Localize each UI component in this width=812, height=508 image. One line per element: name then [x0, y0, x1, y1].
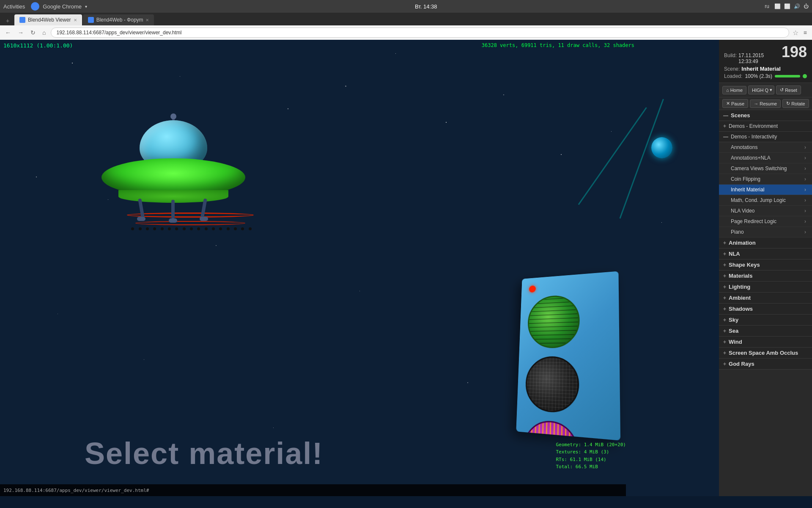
home-nav-button[interactable]: ⌂ — [41, 28, 47, 37]
select-material-text: Select material! — [85, 436, 323, 471]
titlebar-center: Вт. 14:38 — [87, 3, 765, 10]
sea-label: Sea — [729, 328, 738, 334]
reset-label: Reset — [785, 88, 797, 93]
shadows-section[interactable]: + Shadows — [719, 304, 812, 315]
scene-item-nla-video[interactable]: NLA Video › — [719, 206, 812, 216]
scene-item-camera-views-arrow: › — [804, 166, 806, 171]
nla-section[interactable]: + NLA — [719, 248, 812, 260]
stat-total: Total: 66.5 MiB — [556, 463, 626, 471]
scene-item-annotations-label: Annotations — [731, 144, 757, 150]
scene-item-piano-label: Piano — [731, 229, 744, 235]
rotate-button[interactable]: ↻ Rotate — [782, 99, 809, 108]
loaded-bar-container — [775, 75, 800, 77]
scene-item-page-redirect[interactable]: Page Redirect Logic › — [719, 216, 812, 227]
tab-forum-close[interactable]: ✕ — [145, 18, 149, 22]
home-label: Home — [730, 88, 743, 93]
quality-button[interactable]: HIGH Q ▾ — [748, 86, 774, 94]
animation-section[interactable]: + Animation — [719, 237, 812, 248]
ufo-ring2 — [135, 221, 245, 225]
materials-section[interactable]: + Materials — [719, 271, 812, 282]
reset-button[interactable]: ↺ Reset — [776, 86, 801, 94]
shape-keys-label: Shape Keys — [729, 262, 760, 268]
ssao-section[interactable]: + Screen Space Amb Occlus — [719, 348, 812, 359]
settings-icon[interactable]: ≡ — [802, 28, 809, 37]
demos-env-label: Demos - Environment — [729, 123, 778, 129]
maximize-btn[interactable]: ⬜ — [784, 3, 790, 9]
quality-label: HIGH Q — [752, 88, 768, 93]
resume-icon: → — [754, 101, 758, 106]
scene-list[interactable]: — Scenes + Demos - Environment — Demos -… — [719, 110, 812, 496]
speaker-cone-bot — [522, 419, 579, 441]
shape-keys-expand-icon: + — [723, 262, 726, 268]
god-rays-section[interactable]: + God Rays — [719, 359, 812, 370]
materials-expand-icon: + — [723, 273, 726, 279]
loaded-label: Loaded: — [724, 73, 742, 79]
ufo-foot2 — [169, 218, 177, 223]
stat-textures: Textures: 4 MiB (3) — [556, 448, 626, 456]
panel-big-number: 198 — [782, 43, 807, 61]
scene-item-nla-video-arrow: › — [804, 208, 806, 214]
scene-item-inherit-material[interactable]: Inherit Material › — [719, 185, 812, 195]
scene-item-annotations-arrow: › — [804, 144, 806, 150]
ssao-expand-icon: + — [723, 350, 726, 356]
scene-item-camera-views[interactable]: Camera Views Switching › — [719, 163, 812, 174]
sky-section[interactable]: + Sky — [719, 315, 812, 326]
scene-item-piano[interactable]: Piano › — [719, 227, 812, 237]
chrome-label: Google Chrome — [43, 3, 82, 10]
volume-icon[interactable]: 🔊 — [794, 3, 800, 9]
demos-interactivity-header[interactable]: — Demos - Interactivity — [719, 132, 812, 142]
scene-item-math-cond[interactable]: Math, Cond. Jump Logic › — [719, 195, 812, 206]
forward-button[interactable]: → — [16, 28, 25, 37]
status-bar: 192.168.88.114:6687/apps_dev/viewer/view… — [0, 484, 626, 496]
scene-item-coin-flipping-label: Coin Flipping — [731, 176, 760, 182]
loaded-dot — [803, 74, 807, 78]
new-tab-button[interactable]: + — [3, 16, 14, 25]
shadows-label: Shadows — [729, 306, 753, 312]
scene-item-annotations-nla[interactable]: Annotations+NLA › — [719, 153, 812, 163]
wind-section[interactable]: + Wind — [719, 337, 812, 348]
sea-expand-icon: + — [723, 328, 726, 334]
ufo-dots — [129, 227, 254, 230]
shape-keys-section[interactable]: + Shape Keys — [719, 260, 812, 271]
clock-display: Вт. 14:38 — [415, 3, 437, 10]
speaker-model — [516, 271, 620, 441]
minimize-btn[interactable]: ⬜ — [774, 3, 781, 9]
reload-button[interactable]: ↻ — [29, 28, 37, 37]
resume-label: Resume — [760, 101, 777, 106]
scenes-section-header[interactable]: — Scenes — [719, 110, 812, 121]
tab-forum[interactable]: Blend4Web - Форуm ✕ — [83, 14, 154, 25]
scenes-collapse-icon: — — [723, 113, 728, 119]
tab-viewer-close[interactable]: ✕ — [74, 18, 77, 22]
address-input[interactable] — [51, 28, 789, 38]
demos-env-header[interactable]: + Demos - Environment — [719, 121, 812, 132]
ambient-section[interactable]: + Ambient — [719, 293, 812, 304]
activities-menu[interactable]: Activities — [3, 3, 25, 10]
tab-viewer[interactable]: Blend4Web Viewer ✕ — [14, 14, 82, 25]
lighting-expand-icon: + — [723, 284, 726, 290]
stat-rts: RTs: 61.1 MiB (14) — [556, 456, 626, 464]
scene-label: Scene: — [724, 66, 740, 72]
titlebar: Activities Google Chrome ▾ Вт. 14:38 ru … — [0, 0, 812, 13]
panel-loaded-row: Loaded: 100% (2.3s) — [724, 73, 807, 79]
window-controls[interactable]: ⬜ ⬜ 🔊 ⏻ — [774, 3, 809, 9]
panel-toolbar2: ✕ Pause → Resume ↻ Rotate — [719, 97, 812, 110]
sea-section[interactable]: + Sea — [719, 326, 812, 337]
status-url: 192.168.88.114:6687/apps_dev/viewer/view… — [3, 488, 149, 493]
scene-item-annotations[interactable]: Annotations › — [719, 142, 812, 153]
resume-button[interactable]: → Resume — [750, 99, 781, 108]
back-button[interactable]: ← — [3, 28, 13, 37]
pause-icon: ✕ — [726, 101, 730, 106]
shadows-expand-icon: + — [723, 306, 726, 312]
scene-item-page-redirect-label: Page Redirect Logic — [731, 218, 776, 224]
build-value: 17.11.2015 12:33:49 — [738, 52, 780, 64]
viewport[interactable]: 1610x1112 (1.00:1.00) 36328 verts, 69911… — [0, 40, 719, 496]
scene-item-coin-flipping[interactable]: Coin Flipping › — [719, 174, 812, 185]
home-icon: ⌂ — [726, 88, 729, 93]
bookmark-icon[interactable]: ☆ — [793, 29, 798, 37]
pause-button[interactable]: ✕ Pause — [722, 99, 748, 108]
home-button[interactable]: ⌂ Home — [722, 86, 746, 94]
lighting-section[interactable]: + Lighting — [719, 282, 812, 293]
power-icon[interactable]: ⏻ — [804, 3, 809, 9]
animation-label: Animation — [729, 240, 756, 246]
scene-item-coin-flipping-arrow: › — [804, 176, 806, 182]
